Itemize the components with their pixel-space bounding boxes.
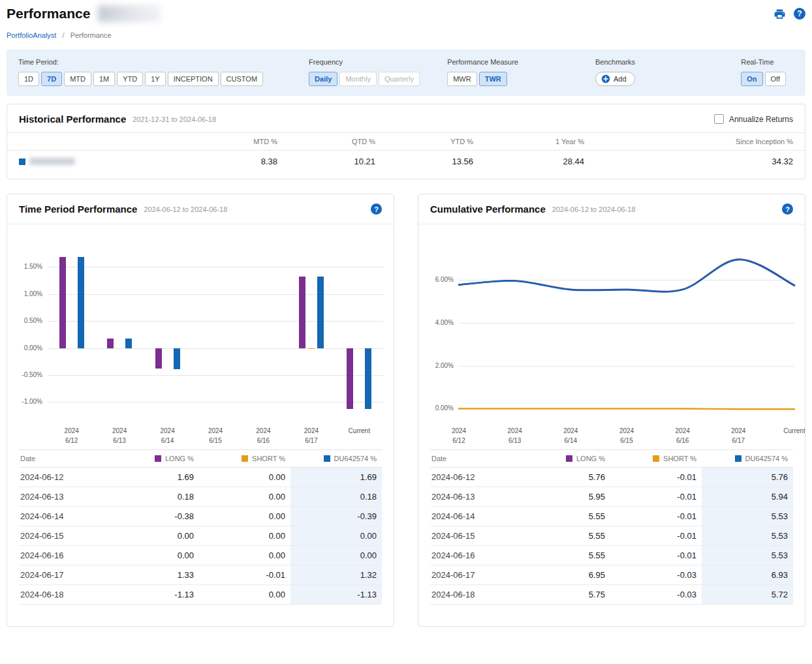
cumulative-panel-date-range: 2024-06-12 to 2024-06-18 — [552, 205, 636, 213]
performance-measure-filter-group: Performance Measure MWRTWR — [447, 58, 518, 86]
historical-performance-header: Historical Performance 2021-12-31 to 202… — [7, 104, 805, 132]
gridline — [48, 348, 383, 349]
account-color-swatch — [19, 158, 25, 165]
print-icon[interactable] — [773, 8, 786, 20]
date-cell: 2024-06-16 — [19, 546, 108, 566]
value-cell: -1.13 — [290, 585, 382, 605]
value-cell: 5.55 — [519, 526, 610, 546]
x-axis-label: 2024 6/14 — [541, 426, 600, 445]
time-period-1m-button[interactable]: 1M — [93, 72, 115, 86]
legend-column-header-short: SHORT % — [610, 450, 702, 468]
date-cell: 2024-06-18 — [19, 585, 108, 605]
time-period-performance-panel: Time Period Performance 2024-06-12 to 20… — [7, 194, 394, 627]
value-cell: 5.72 — [702, 585, 793, 605]
redacted-account-label — [29, 158, 75, 165]
legend-swatch-short — [242, 455, 248, 462]
time-period-7d-button[interactable]: 7D — [41, 72, 62, 86]
table-row: 2024-06-155.55-0.015.53 — [430, 526, 793, 546]
cumulative-panel-header: Cumulative Performance 2024-06-12 to 202… — [418, 194, 805, 224]
benchmarks-filter-group: Benchmarks Add — [595, 58, 635, 86]
bar-du642574 — [125, 339, 132, 348]
frequency-buttons: DailyMonthlyQuarterly — [309, 72, 420, 86]
value-cell: 5.76 — [519, 468, 610, 487]
annualize-returns-checkbox[interactable] — [714, 114, 724, 124]
time-period-inception-button[interactable]: INCEPTION — [168, 72, 219, 86]
value-cell: -0.01 — [610, 526, 702, 546]
performance-measure-label: Performance Measure — [447, 58, 518, 66]
cumulative-table: DateLONG %SHORT %DU642574 % 2024-06-125.… — [430, 449, 793, 605]
value-cell: 0.00 — [108, 526, 199, 546]
x-axis-label: 2024 6/17 — [709, 426, 768, 445]
breadcrumb-portfolioanalyst-link[interactable]: PortfolioAnalyst — [7, 31, 56, 39]
plus-circle-icon — [601, 74, 610, 83]
legend-column-header-long: LONG % — [519, 450, 610, 468]
cumulative-performance-panel: Cumulative Performance 2024-06-12 to 202… — [418, 194, 805, 627]
time-period-1d-button[interactable]: 1D — [18, 72, 39, 86]
cumulative-table-body: 2024-06-125.76-0.015.762024-06-135.95-0.… — [430, 468, 793, 605]
value-cell: -0.01 — [610, 487, 702, 507]
value-cell: 0.00 — [199, 507, 290, 526]
x-axis-label: Current — [330, 426, 388, 436]
value-cell: 5.53 — [702, 546, 793, 566]
cumulative-panel-title: Cumulative Performance — [430, 204, 546, 215]
date-cell: 2024-06-15 — [19, 526, 108, 546]
time-period-table: DateLONG %SHORT %DU642574 % 2024-06-121.… — [19, 449, 382, 605]
annualize-returns-label: Annualize Returns — [729, 115, 793, 124]
gridline — [48, 321, 383, 322]
value-cell: -0.01 — [199, 566, 290, 585]
legend-swatch-du642574 — [324, 455, 330, 462]
gridline — [48, 294, 383, 295]
x-axis-label: 2024 6/16 — [653, 426, 712, 445]
column-header-qtd: QTD % — [283, 133, 381, 151]
bar-short — [308, 348, 315, 349]
time-period-1y-button[interactable]: 1Y — [145, 72, 165, 86]
add-benchmark-button[interactable]: Add — [595, 72, 635, 86]
value-cell: 5.55 — [519, 507, 610, 526]
performance-measure-twr-button[interactable]: TWR — [479, 72, 507, 86]
x-axis-label: 2024 6/15 — [597, 426, 656, 445]
date-cell: 2024-06-13 — [19, 487, 108, 507]
time-period-panel-title: Time Period Performance — [19, 204, 137, 215]
legend-swatch-short — [653, 455, 659, 462]
date-cell: 2024-06-18 — [430, 585, 519, 605]
performance-page: Performance ? PortfolioAnalyst / Perform… — [0, 0, 812, 627]
print-icon-glyph — [773, 8, 786, 20]
date-cell: 2024-06-17 — [430, 566, 519, 585]
performance-measure-mwr-button[interactable]: MWR — [447, 72, 477, 86]
real-time-off-button[interactable]: Off — [765, 72, 786, 86]
table-row: 2024-06-125.76-0.015.76 — [430, 468, 793, 487]
value-cell: 6.93 — [702, 566, 793, 585]
real-time-buttons: OnOff — [741, 72, 786, 86]
bar-du642574 — [365, 348, 371, 410]
date-cell: 2024-06-14 — [19, 507, 108, 526]
value-cell: 0.00 — [199, 526, 290, 546]
time-period-ytd-button[interactable]: YTD — [117, 72, 143, 86]
frequency-quarterly-button[interactable]: Quarterly — [379, 72, 420, 86]
time-period-panel-header: Time Period Performance 2024-06-12 to 20… — [7, 194, 394, 224]
time-period-mtd-button[interactable]: MTD — [64, 72, 91, 86]
real-time-on-button[interactable]: On — [741, 72, 762, 86]
legend-column-header-short: SHORT % — [199, 450, 290, 468]
help-icon[interactable]: ? — [371, 204, 382, 215]
value-cell: 0.00 — [290, 546, 382, 566]
x-axis-label: 2024 6/13 — [486, 426, 544, 445]
date-cell: 2024-06-13 — [430, 487, 519, 507]
legend-swatch-du642574 — [735, 455, 742, 462]
help-icon[interactable]: ? — [794, 8, 805, 20]
help-icon[interactable]: ? — [782, 204, 793, 215]
gridline — [48, 402, 383, 402]
cumulative-table-wrap: DateLONG %SHORT %DU642574 % 2024-06-125.… — [418, 449, 805, 605]
frequency-daily-button[interactable]: Daily — [309, 72, 337, 86]
real-time-label: Real-Time — [741, 58, 786, 66]
value-cell: 5.94 — [702, 487, 793, 507]
cumulative-table-header-row: DateLONG %SHORT %DU642574 % — [430, 450, 793, 468]
frequency-monthly-button[interactable]: Monthly — [339, 72, 377, 86]
value-cell: 5.53 — [702, 526, 793, 546]
value-cell: -1.13 — [108, 585, 199, 605]
table-row: 2024-06-165.55-0.015.53 — [430, 546, 793, 566]
time-period-custom-button[interactable]: CUSTOM — [221, 72, 263, 86]
line-du642574 — [459, 260, 794, 292]
header-actions: ? — [773, 8, 805, 20]
line-short — [459, 409, 794, 410]
gridline — [48, 267, 383, 267]
